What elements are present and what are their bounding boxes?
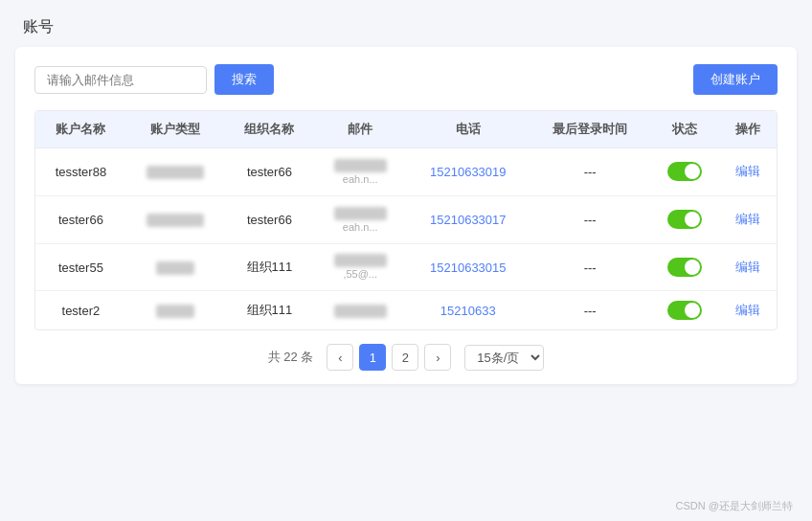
edit-link[interactable]: 编辑 — [735, 164, 760, 178]
cell-org: tester66 — [225, 195, 314, 243]
type-blurred — [156, 305, 194, 318]
table-row: tesster88 tester66 eah.n... 15210633019 … — [35, 148, 777, 196]
email-blurred — [334, 207, 387, 220]
cell-last-login: --- — [530, 291, 650, 330]
email-blurred — [334, 254, 387, 267]
pagination: 共 22 条 ‹ 1 2 › 15条/页 20条/页 50条/页 — [34, 344, 778, 371]
col-email: 邮件 — [314, 111, 407, 148]
edit-link[interactable]: 编辑 — [735, 212, 760, 226]
cell-phone: 15210633015 — [407, 243, 530, 291]
table-row: tester55 组织111 ,55@... 15210633015 --- — [35, 243, 777, 291]
col-last-login: 最后登录时间 — [530, 111, 650, 148]
page-1-button[interactable]: 1 — [359, 344, 386, 371]
page-title: 账号 — [0, 0, 812, 47]
email-suffix: eah.n... — [343, 221, 378, 233]
cell-name: tesster88 — [35, 148, 126, 196]
edit-link[interactable]: 编辑 — [735, 260, 760, 274]
cell-status — [650, 148, 719, 196]
table-header-row: 账户名称 账户类型 组织名称 邮件 电话 最后登录时间 状态 操作 — [35, 111, 777, 148]
cell-type — [126, 195, 225, 243]
status-toggle[interactable] — [667, 162, 702, 181]
next-page-button[interactable]: › — [424, 344, 451, 371]
page-2-button[interactable]: 2 — [392, 344, 418, 371]
type-blurred — [147, 166, 204, 179]
prev-page-button[interactable]: ‹ — [327, 344, 353, 371]
cell-phone: 15210633017 — [407, 195, 530, 243]
accounts-table: 账户名称 账户类型 组织名称 邮件 电话 最后登录时间 状态 操作 — [35, 111, 777, 329]
cell-action: 编辑 — [720, 148, 777, 196]
cell-email: ,55@... — [314, 243, 407, 291]
table-row: tester2 组织111 15210633 --- — [35, 291, 777, 330]
cell-last-login: --- — [530, 148, 650, 196]
cell-email — [314, 291, 407, 330]
col-action: 操作 — [720, 111, 777, 148]
email-blurred — [334, 159, 387, 172]
cell-type — [126, 148, 225, 196]
search-input[interactable] — [34, 66, 207, 94]
cell-phone: 15210633019 — [407, 148, 530, 196]
status-toggle[interactable] — [667, 210, 702, 229]
status-toggle[interactable] — [667, 258, 702, 277]
cell-email: eah.n... — [314, 148, 407, 196]
col-status: 状态 — [650, 111, 719, 148]
edit-link[interactable]: 编辑 — [735, 303, 760, 317]
col-name: 账户名称 — [35, 111, 126, 148]
cell-phone: 15210633 — [407, 291, 530, 330]
type-blurred — [156, 261, 194, 275]
cell-org: 组织111 — [225, 291, 314, 330]
create-account-button[interactable]: 创建账户 — [693, 64, 778, 95]
search-area: 搜索 — [34, 64, 274, 95]
email-suffix: eah.n... — [343, 173, 378, 185]
col-phone: 电话 — [407, 111, 530, 148]
status-toggle[interactable] — [667, 301, 702, 320]
cell-name: tester66 — [35, 195, 126, 243]
cell-action: 编辑 — [720, 195, 777, 243]
toolbar: 搜索 创建账户 — [34, 64, 778, 95]
cell-type — [126, 291, 225, 330]
cell-action: 编辑 — [720, 291, 777, 330]
cell-action: 编辑 — [720, 243, 777, 291]
page-wrapper: 账号 搜索 创建账户 账户名称 账户类型 组织名称 邮件 电话 — [0, 0, 812, 521]
main-card: 搜索 创建账户 账户名称 账户类型 组织名称 邮件 电话 最后登录时间 状态 — [15, 47, 797, 384]
cell-last-login: --- — [530, 243, 650, 291]
search-button[interactable]: 搜索 — [214, 64, 274, 95]
cell-org: 组织111 — [225, 243, 314, 291]
cell-name: tester2 — [35, 291, 126, 330]
type-blurred — [147, 214, 204, 227]
email-suffix: ,55@... — [343, 268, 377, 280]
table-wrap: 账户名称 账户类型 组织名称 邮件 电话 最后登录时间 状态 操作 — [34, 110, 778, 330]
watermark: CSDN @还是大剑师兰特 — [676, 499, 793, 513]
cell-name: tester55 — [35, 243, 126, 291]
table-container: 账户名称 账户类型 组织名称 邮件 电话 最后登录时间 状态 操作 — [34, 110, 778, 330]
email-blurred — [334, 305, 387, 318]
cell-last-login: --- — [530, 195, 650, 243]
cell-status — [650, 291, 719, 330]
pagination-total: 共 22 条 — [268, 349, 314, 366]
cell-status — [650, 243, 719, 291]
col-org: 组织名称 — [225, 111, 314, 148]
page-size-select[interactable]: 15条/页 20条/页 50条/页 — [464, 345, 544, 371]
cell-status — [650, 195, 719, 243]
table-row: tester66 tester66 eah.n... 15210633017 -… — [35, 195, 777, 243]
cell-email: eah.n... — [314, 195, 407, 243]
cell-type — [126, 243, 225, 291]
cell-org: tester66 — [225, 148, 314, 196]
col-type: 账户类型 — [126, 111, 225, 148]
